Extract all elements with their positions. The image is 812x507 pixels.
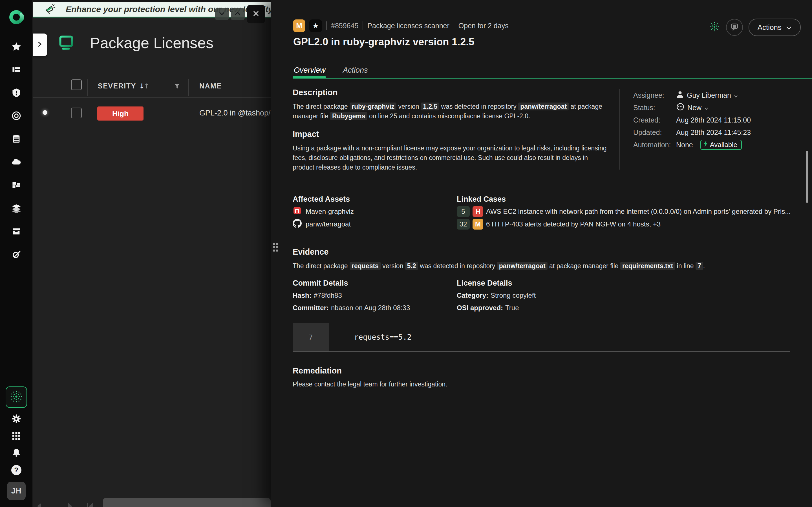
- issue-header: M #859645 Package licenses scanner Open …: [293, 19, 509, 32]
- sidebar-item-policies[interactable]: [11, 134, 22, 145]
- case-severity-badge: M: [472, 219, 483, 230]
- sidebar-item-attack-surface[interactable]: [11, 249, 22, 260]
- assignee-dropdown[interactable]: Guy Liberman: [676, 91, 738, 100]
- sidebar-item-radar[interactable]: [11, 111, 22, 122]
- tabbar-divider: [293, 78, 812, 78]
- code-line-content: requests==5.2: [329, 323, 412, 351]
- severity-column-header[interactable]: SEVERITY↓↑: [98, 82, 149, 90]
- section-heading: License Details: [457, 279, 536, 288]
- tab-overview[interactable]: Overview: [294, 66, 326, 75]
- issue-age: Open for 2 days: [458, 22, 509, 30]
- brand-logo[interactable]: [9, 10, 23, 24]
- sidebar-item-layers[interactable]: [11, 203, 22, 214]
- sidebar-item-cloud[interactable]: [11, 157, 22, 168]
- issue-scanner: Package licenses scanner: [367, 22, 449, 30]
- license-details-section: License Details Category:Strong copyleft…: [457, 279, 536, 313]
- meta-divider: [619, 89, 620, 170]
- section-heading: Commit Details: [293, 279, 410, 288]
- notifications-button[interactable]: [11, 448, 22, 459]
- banner-close-button[interactable]: [247, 5, 265, 23]
- divider: [326, 21, 327, 30]
- section-heading: Remediation: [293, 366, 688, 376]
- case-title: AWS EC2 instance with network path from …: [486, 208, 791, 216]
- github-icon: [293, 219, 302, 230]
- page-title: Package Licenses: [90, 34, 213, 52]
- chevron-down-icon: [219, 11, 225, 17]
- active-tab-indicator: [293, 76, 326, 78]
- lightning-icon: [704, 141, 708, 149]
- chevron-down-icon: [704, 104, 708, 112]
- cloud-icon: [11, 157, 21, 168]
- automation-available-badge[interactable]: Available: [700, 140, 742, 150]
- chevron-down-icon: [786, 23, 792, 32]
- help-icon: [11, 465, 21, 475]
- linked-case-row[interactable]: 5 H AWS EC2 instance with network path f…: [457, 206, 791, 217]
- section-heading: Description: [293, 88, 611, 97]
- section-heading: Linked Cases: [457, 195, 791, 204]
- user-avatar[interactable]: JH: [7, 482, 26, 500]
- app-switcher-button[interactable]: [11, 431, 22, 442]
- favorite-star-button[interactable]: [309, 19, 322, 32]
- panel-icon: [11, 65, 21, 75]
- case-count-badge: 5: [457, 206, 470, 217]
- copilot-sparkle-icon: [10, 390, 23, 404]
- row-checkbox[interactable]: [71, 108, 82, 118]
- ai-sparkle-icon[interactable]: [709, 21, 720, 34]
- gear-icon: [11, 414, 21, 425]
- storefront-icon: [11, 226, 21, 237]
- comments-button[interactable]: [726, 19, 743, 36]
- impact-section: Impact Using a package with a non-compli…: [293, 129, 611, 172]
- case-count-badge: 32: [457, 219, 470, 230]
- impact-text: Using a package with a non-compliant lic…: [293, 144, 611, 172]
- scroll-left-icon[interactable]: [36, 503, 43, 507]
- affected-asset-item[interactable]: panw/terragoat: [293, 219, 354, 229]
- section-heading: Impact: [293, 129, 611, 139]
- scroll-start-icon[interactable]: [86, 503, 94, 507]
- table-header-divider: [33, 98, 271, 98]
- meta-row-updated: Updated: Aug 28th 2024 11:45:23: [633, 126, 751, 138]
- megaphone-icon: [44, 3, 56, 16]
- code-snippet: 7 requests==5.2: [293, 323, 790, 351]
- issue-meta: Assignee: Guy Liberman Status: New Creat…: [633, 89, 751, 151]
- filter-icon[interactable]: [173, 83, 181, 91]
- comment-icon: [730, 22, 739, 32]
- vertical-scrollbar-thumb[interactable]: [806, 151, 808, 203]
- case-severity-badge: H: [472, 206, 483, 217]
- banner-collapse-button[interactable]: [215, 8, 229, 20]
- blocks-icon: [11, 180, 21, 191]
- affected-asset-item[interactable]: Maven-graphviz: [293, 207, 354, 216]
- sidebar-item-inventory[interactable]: [11, 180, 22, 191]
- select-all-checkbox[interactable]: [71, 79, 82, 90]
- sidebar-item-reports[interactable]: [11, 65, 22, 75]
- banner-expand-button[interactable]: [231, 8, 245, 20]
- sort-icon[interactable]: ↓↑: [139, 82, 149, 90]
- sidebar-item-marketplace[interactable]: [11, 226, 22, 237]
- commit-details-section: Commit Details Hash:#78fdh83 Committer:n…: [293, 279, 410, 313]
- package-licenses-panel: Package Licenses SEVERITY↓↑ NAME High GP…: [33, 17, 271, 507]
- copilot-active-button[interactable]: [6, 386, 27, 408]
- finding-name: GPL-2.0 in @tashop/c: [199, 109, 271, 117]
- registry-icon: [293, 206, 302, 217]
- description-text: The direct package ruby-graphviz version…: [293, 102, 611, 121]
- divider: [454, 21, 454, 30]
- name-column-header[interactable]: NAME: [199, 82, 222, 90]
- commit-hash: Hash:#78fdh83: [293, 291, 410, 300]
- linked-case-row[interactable]: 32 M 6 HTTP-403 alerts detected by PAN N…: [457, 219, 791, 230]
- status-dropdown[interactable]: New: [676, 103, 708, 113]
- sidebar-item-favorites[interactable]: [11, 42, 22, 52]
- horizontal-scrollbar-thumb[interactable]: [103, 498, 271, 507]
- license-osi: OSI approved:True: [457, 303, 536, 313]
- actions-button[interactable]: Actions: [749, 18, 801, 36]
- severity-badge: High: [97, 107, 144, 121]
- help-button[interactable]: [11, 465, 22, 475]
- section-heading: Affected Assets: [293, 195, 354, 204]
- settings-button[interactable]: [11, 414, 22, 425]
- scroll-right-icon[interactable]: [66, 503, 73, 507]
- sidebar-item-risks[interactable]: [11, 88, 22, 99]
- package-licenses-icon: [58, 35, 74, 52]
- tab-actions[interactable]: Actions: [343, 66, 368, 75]
- drawer-resize-handle[interactable]: [273, 243, 278, 251]
- star-icon: [11, 42, 21, 52]
- status-new-icon: [676, 103, 684, 113]
- expand-panel-button[interactable]: [33, 34, 47, 56]
